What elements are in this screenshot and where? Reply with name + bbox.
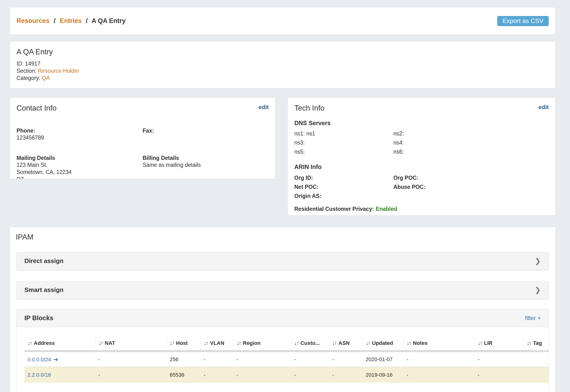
dns-ns4: ns4: (393, 138, 549, 147)
privacy-status-badge: Enabled (376, 206, 397, 212)
column-header-updated[interactable]: ↓↑Updated (362, 336, 403, 351)
ipam-panel: IPAM Direct assign ❯ Smart assign ❯ IP B… (10, 227, 556, 392)
sort-icon: ↓↑ (98, 340, 103, 346)
cell-asn: - (329, 351, 362, 367)
sort-icon: ↓↑ (204, 340, 208, 346)
table-row: 0.0.0.0/24➜ - 256 - - - - 2020-01-07 - - (24, 351, 549, 367)
cell-region: - (233, 367, 291, 383)
cell-host: 256 (167, 351, 201, 367)
fax-field: Fax: (143, 127, 269, 141)
phone-field: Phone: 123456789 (16, 127, 143, 141)
column-header-notes[interactable]: ↓↑Notes (403, 336, 474, 351)
column-label: Tag (533, 340, 542, 346)
cell-nat: - (95, 367, 167, 383)
sort-icon: ↓↑ (407, 340, 411, 346)
dns-label: ns5: (294, 149, 305, 155)
dns-servers-heading: DNS Servers (294, 120, 549, 126)
billing-details: Billing Details Same as mailing details (143, 154, 269, 179)
cell-address: 0.0.0.0/24➜ (24, 351, 95, 367)
phone-label: Phone: (16, 127, 143, 134)
contact-info-panel: Contact Info edit Phone: 123456789 Fax: … (10, 98, 276, 179)
table-header-row: ↓↑Address ↓↑NAT ↓↑Host ↓↑VLAN ↓↑Region ↓… (24, 336, 549, 351)
contact-edit-link[interactable]: edit (258, 104, 269, 111)
dns-ns1: ns1: ns1 (294, 129, 393, 138)
arin-info-heading: ARIN Info (294, 163, 549, 170)
dns-label: ns2: (393, 130, 404, 137)
column-header-lir[interactable]: ↓↑LIR (474, 336, 524, 351)
breadcrumb-link-resources[interactable]: Resources (16, 17, 50, 24)
column-header-nat[interactable]: ↓↑NAT (95, 336, 167, 351)
table-row: 2.2.0.0/16 - 65536 - - - - 2019-09-16 - … (24, 367, 549, 383)
column-header-asn[interactable]: ↓↑ASN (329, 336, 362, 351)
filter-toggle-link[interactable]: filter + (525, 315, 541, 322)
cell-customer: - (291, 351, 329, 367)
ip-block-link[interactable]: 0.0.0.0/24 (28, 357, 51, 363)
arin-org-poc: Org POC: (393, 173, 549, 182)
cell-host: 65536 (167, 367, 201, 383)
cell-vlan: - (201, 351, 233, 367)
ip-blocks-table-container: ↓↑Address ↓↑NAT ↓↑Host ↓↑VLAN ↓↑Region ↓… (16, 327, 549, 392)
ipam-title: IPAM (16, 233, 549, 241)
entry-category-link[interactable]: QA (42, 75, 50, 81)
sort-icon: ↓↑ (527, 340, 531, 346)
sort-icon: ↓↑ (366, 340, 370, 346)
column-header-tags[interactable]: ↓↑Tag (524, 336, 549, 351)
dns-ns2: ns2: (393, 129, 549, 138)
column-header-address[interactable]: ↓↑Address (24, 336, 95, 351)
ip-blocks-table: ↓↑Address ↓↑NAT ↓↑Host ↓↑VLAN ↓↑Region ↓… (24, 336, 549, 383)
billing-label: Billing Details (143, 154, 269, 161)
direct-assign-accordion[interactable]: Direct assign ❯ (16, 252, 549, 270)
tech-edit-link[interactable]: edit (538, 104, 549, 111)
arin-abuse-poc: Abuse POC: (393, 182, 549, 191)
breadcrumb-separator: / (54, 17, 56, 24)
export-csv-button[interactable]: Export as CSV (497, 16, 549, 26)
chevron-right-icon: ❯ (535, 286, 541, 294)
sort-icon: ↓↑ (294, 340, 299, 346)
column-label: Notes (413, 340, 428, 346)
dns-value: ns1 (306, 130, 315, 137)
cell-lir: - (474, 367, 524, 383)
entry-section-label: Section: (16, 68, 36, 74)
mailing-line: Sometown, CA, 12234 (16, 168, 143, 176)
ip-blocks-panel: IP Blocks filter + ↓↑Address ↓↑NAT ↓↑Hos… (16, 309, 549, 392)
page: Resources / Entries / A QA Entry Export … (0, 0, 570, 392)
privacy-line: Residential Customer Privacy:Enabled (294, 206, 549, 212)
dns-ns6: ns6: (393, 147, 549, 156)
column-header-region[interactable]: ↓↑Region (233, 336, 291, 351)
column-label: Address (34, 340, 55, 346)
column-header-vlan[interactable]: ↓↑VLAN (201, 336, 233, 351)
entry-title: A QA Entry (16, 48, 549, 56)
cell-asn: - (329, 367, 362, 383)
column-header-customer[interactable]: ↓↑Custo... (291, 336, 329, 351)
sort-icon: ↓↑ (28, 340, 32, 346)
contact-info-title: Contact Info (16, 104, 56, 112)
sort-icon: ↓↑ (237, 340, 241, 346)
mailing-line: DZ (16, 176, 143, 179)
dns-label: ns1: (294, 130, 305, 137)
cell-updated: 2019-09-16 (362, 367, 403, 383)
sort-icon: ↓↑ (478, 340, 482, 346)
arin-origin-as: Origin AS: (294, 191, 393, 201)
mailing-details: Mailing Details 123 Main St. Sometown, C… (16, 154, 143, 179)
arin-org-id: Org ID: (294, 173, 393, 182)
breadcrumb-current: A QA Entry (92, 17, 126, 24)
entry-section-line: Section: Resource Holder (16, 67, 549, 74)
entry-category-label: Category: (16, 75, 41, 81)
arin-info-grid: Org ID: Org POC: Net POC: Abuse POC: Ori… (294, 173, 549, 201)
privacy-label: Residential Customer Privacy: (294, 206, 374, 212)
cell-region: - (233, 351, 291, 367)
dns-label: ns6: (393, 149, 404, 155)
breadcrumb-link-entries[interactable]: Entries (60, 17, 82, 24)
column-label: VLAN (210, 340, 224, 346)
dns-servers-grid: ns1: ns1 ns2: ns3: ns4: ns5: ns6: (294, 129, 549, 156)
column-label: Region (243, 340, 261, 346)
column-header-host[interactable]: ↓↑Host (167, 336, 201, 351)
smart-assign-label: Smart assign (24, 286, 63, 294)
dns-ns3: ns3: (294, 138, 393, 147)
smart-assign-accordion[interactable]: Smart assign ❯ (16, 281, 549, 299)
ip-block-link[interactable]: 2.2.0.0/16 (28, 372, 51, 378)
entry-id-value: 14917 (25, 61, 41, 67)
entry-id-label: ID: (16, 61, 23, 67)
entry-section-link[interactable]: Resource Holder (38, 68, 79, 74)
column-label: Host (176, 340, 188, 346)
